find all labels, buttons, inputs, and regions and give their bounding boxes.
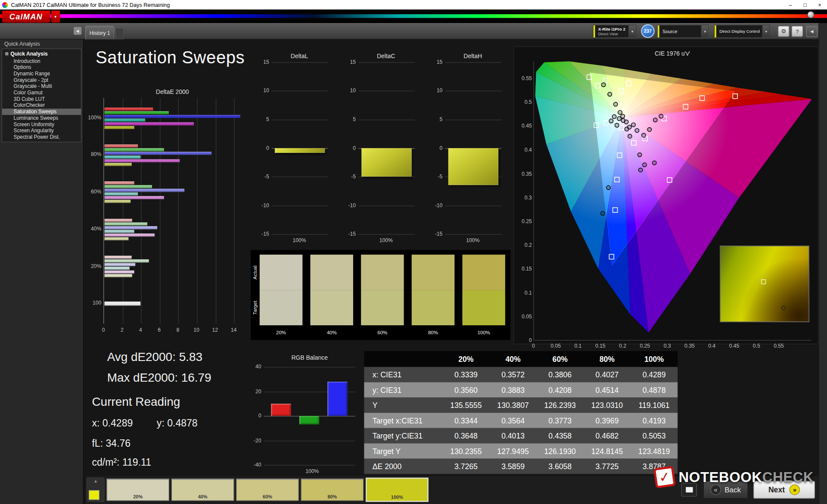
sidebar-item-options[interactable]: Options <box>2 64 81 71</box>
table-header-cell: 100% <box>631 351 678 367</box>
rgb-chart: RGB Balance 100% 40200-20-40 <box>230 352 361 475</box>
table-header-cell: 20% <box>442 351 489 367</box>
close-icon[interactable]: × <box>812 0 827 9</box>
axis-tick-label: 12 <box>209 327 221 333</box>
table-cell: 0.3773 <box>537 413 584 428</box>
sidebar-item-introduction[interactable]: Introduction <box>2 58 81 65</box>
deltac-x-label: 100% <box>340 237 419 243</box>
deltae-bar <box>105 230 134 233</box>
axis-tick-label: 10 <box>255 88 269 93</box>
calman-logo-text: CalMAN <box>2 10 50 22</box>
new-tab-stub[interactable] <box>115 28 124 40</box>
sidebar-item-grayscale-2pt[interactable]: Grayscale - 2pt <box>2 77 81 84</box>
gridline <box>445 234 501 234</box>
sidebar-item-screen-angularity[interactable]: Screen Angularity <box>2 128 81 134</box>
sidebar-item-3d-cube-lut[interactable]: 3D Cube LUT <box>2 96 81 103</box>
back-button[interactable]: « Back <box>703 481 748 499</box>
deltae-chart: DeltaE 2000 100%80%60%40%20%100 02468101… <box>81 89 253 339</box>
rgb-bar-green <box>299 416 319 425</box>
meter-dropdown-text: X-Rite i1Pro 2 Direct View <box>595 25 628 37</box>
cie-measured-point <box>621 114 625 118</box>
sidebar-item-grayscale-multi[interactable]: Grayscale - Multi <box>2 83 81 90</box>
chevron-down-icon[interactable]: ▼ <box>762 25 770 37</box>
deltae-bar <box>105 274 133 277</box>
source-label: Source <box>662 29 700 34</box>
table-cell: 0.3806 <box>537 367 584 382</box>
rgb-chart-title: RGB Balance <box>264 354 355 361</box>
chevron-down-icon[interactable]: ▼ <box>628 25 636 37</box>
swatch-actual <box>310 255 353 290</box>
tree-expander-icon[interactable] <box>5 52 8 55</box>
axis-tick-label: 0 <box>525 343 541 348</box>
thumbnail-60%[interactable]: 60% <box>236 479 299 501</box>
tree-root-label[interactable]: Quick Analysis <box>10 50 48 56</box>
maximize-icon[interactable]: □ <box>798 0 812 9</box>
calman-logo-menu[interactable]: CalMAN ▼ <box>2 10 60 22</box>
axis-tick-label: 5 <box>341 116 356 122</box>
sidebar-item-colorchecker[interactable]: ColorChecker <box>2 102 81 109</box>
settings-button[interactable]: ⚙ <box>778 26 790 37</box>
axis-tick-label: 10 <box>341 88 356 93</box>
axis-tick-label: 0.1 <box>570 343 586 348</box>
axis-tick-label: 0.1 <box>516 290 532 296</box>
meter-name: X-Rite i1Pro 2 <box>598 27 627 31</box>
cie-measured-point <box>631 123 635 127</box>
delta-bar <box>275 148 325 153</box>
thumbnail-label: 100% <box>367 495 427 500</box>
cie-measured-point <box>643 163 647 167</box>
gridline <box>141 98 142 324</box>
table-cell: 0.3883 <box>489 382 536 397</box>
sidebar-item-luminance-sweeps[interactable]: Luminance Sweeps <box>2 115 81 121</box>
thumbnail-100%[interactable]: 100% <box>366 478 429 502</box>
axis-tick-label: 0.25 <box>516 218 532 224</box>
back-button-label: Back <box>724 485 741 494</box>
right-panel-collapse-button[interactable]: ◀ <box>806 26 818 37</box>
tab-history-1[interactable]: History 1 <box>85 26 115 40</box>
display-control-dropdown[interactable]: Direct Display Control ▼ <box>714 25 770 38</box>
axis-tick-label: 14 <box>227 327 240 333</box>
axis-tick-label: 20% <box>81 263 102 268</box>
sidebar-collapse-button[interactable]: ◀ <box>74 27 81 34</box>
thumbnail-40%[interactable]: 40% <box>171 479 234 501</box>
swatch-label: 80% <box>412 330 454 335</box>
help-button[interactable]: ? <box>792 26 803 37</box>
next-button[interactable]: Next » <box>753 481 815 499</box>
axis-tick-label: 4 <box>134 327 147 333</box>
thumbnail-20%[interactable]: 20% <box>106 479 169 501</box>
sidebar-item-spectral-power-dist-[interactable]: Spectral Power Dist. <box>2 134 81 140</box>
axis-tick-label: 15 <box>428 59 442 65</box>
thumbnail-80%[interactable]: 80% <box>301 479 364 501</box>
axis-tick-label: 60% <box>81 189 102 194</box>
cie-measured-point <box>612 115 616 118</box>
chevron-down-icon[interactable]: ▼ <box>51 10 60 22</box>
table-row-label: ΔE 2000 <box>364 459 442 474</box>
sidebar-item-color-gamut[interactable]: Color Gamut <box>2 90 81 96</box>
thumbnail-label: 40% <box>172 494 233 499</box>
gridline <box>445 91 501 91</box>
sidebar-item-saturation-sweeps[interactable]: Saturation Sweeps <box>2 109 81 115</box>
axis-tick-label: 0.3 <box>659 343 675 348</box>
deltae-bar <box>105 263 135 266</box>
deltae-bar <box>105 233 155 236</box>
table-cell: 0.5053 <box>631 428 678 443</box>
sidebar-item-dynamic-range[interactable]: Dynamic Range <box>2 71 81 77</box>
deltae-bar <box>105 219 133 222</box>
table-cell: 0.4193 <box>631 413 678 428</box>
display-button[interactable] <box>681 483 697 497</box>
meter-dropdown[interactable]: X-Rite i1Pro 2 Direct View ▼ <box>593 25 637 38</box>
window-title: CalMAN 2017 CalMAN Ultimate for Business… <box>11 2 170 8</box>
cie-zoom-inset <box>720 246 809 322</box>
swatch-tray-expander[interactable]: ▲ <box>87 478 104 502</box>
source-dropdown[interactable]: Source ▼ <box>657 25 709 38</box>
gridline <box>358 91 415 91</box>
sidebar-item-screen-uniformity[interactable]: Screen Uniformity <box>2 121 81 128</box>
minimize-icon[interactable]: – <box>783 0 798 9</box>
thumbnail-label: 60% <box>236 494 298 499</box>
table-cell: 0.4358 <box>537 428 584 443</box>
deltae-bar <box>105 226 158 229</box>
chevron-down-icon[interactable]: ▼ <box>701 25 709 37</box>
table-cell: 0.4514 <box>584 382 631 397</box>
axis-tick-label: 0.2 <box>615 343 630 348</box>
sample-strip: Actual Target 20%40%60%80%100% <box>251 250 510 340</box>
axis-tick-label: 20 <box>246 388 261 394</box>
